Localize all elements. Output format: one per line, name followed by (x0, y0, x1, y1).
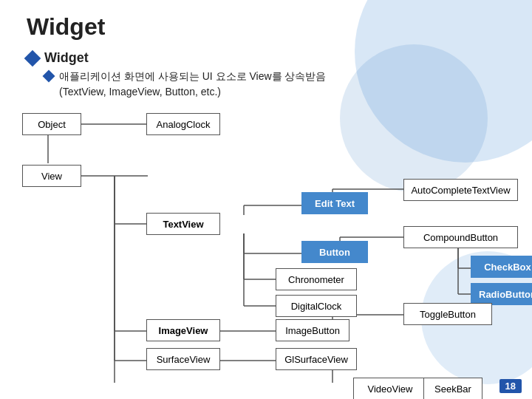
bullet-diamond-icon (24, 50, 41, 67)
node-surfaceview: SurfaceView (146, 348, 220, 370)
widget-diagram: Object View AnalogClock TextView Edit Te… (15, 109, 525, 383)
node-edittext: Edit Text (301, 192, 368, 214)
page-title: Widget (27, 13, 105, 41)
node-checkbox: CheckBox (471, 256, 532, 278)
section-label: Widget (44, 50, 89, 66)
node-autocomplete: AutoCompleteTextView (403, 179, 518, 201)
node-seekbar: SeekBar (423, 378, 482, 399)
section-description: 애플리케이션 화면에 사용되는 UI 요소로 View를 상속받음 (TextV… (59, 69, 326, 100)
node-button: Button (301, 241, 368, 263)
node-videoview: VideoView (353, 378, 427, 399)
node-glsurfaceview: GlSurfaceView (276, 348, 357, 370)
node-textview: TextView (146, 213, 220, 235)
page-number: 18 (499, 379, 522, 393)
node-compoundbutton: CompoundButton (403, 226, 518, 248)
node-imageview: ImageView (146, 319, 220, 341)
node-chronometer: Chronometer (276, 268, 357, 290)
node-imagebutton: ImageButton (276, 319, 349, 341)
bullet-section: Widget 애플리케이션 화면에 사용되는 UI 요소로 View를 상속받음… (27, 50, 326, 100)
node-togglebutton: ToggleButton (403, 303, 492, 325)
node-view: View (22, 165, 81, 187)
node-analogclock: AnalogClock (146, 113, 220, 135)
node-object: Object (22, 113, 81, 135)
node-radiobutton: RadioButton (471, 283, 532, 305)
sub-bullet-diamond-icon (43, 70, 55, 83)
node-digitalclock: DigitalClock (276, 295, 357, 317)
